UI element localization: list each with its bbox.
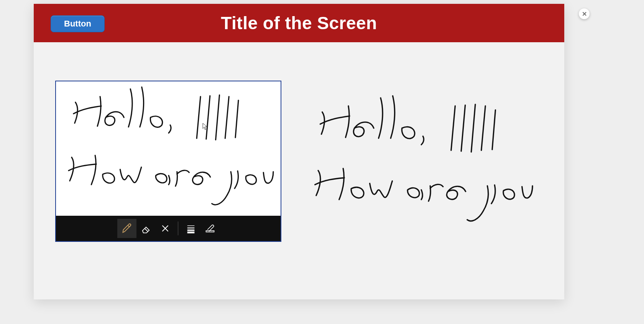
- modal-panel: Button Title of the Screen: [34, 4, 564, 299]
- header-bar: Button Title of the Screen: [34, 4, 564, 42]
- eraser-tool-icon[interactable]: [136, 219, 156, 238]
- pen-tool-icon[interactable]: [117, 219, 136, 238]
- page-title: Title of the Screen: [34, 13, 564, 33]
- clear-tool-icon[interactable]: [156, 219, 175, 238]
- close-icon: ✕: [582, 10, 587, 18]
- signature-preview: [302, 81, 540, 242]
- edit-text-tool-icon[interactable]: [200, 219, 220, 238]
- handwriting-canvas[interactable]: [56, 81, 281, 216]
- signature-pad[interactable]: [55, 81, 281, 242]
- cursor-icon: [202, 123, 208, 131]
- toolbar-separator: [178, 222, 178, 235]
- content-body: [34, 42, 564, 299]
- header-button[interactable]: Button: [51, 15, 105, 32]
- svg-rect-4: [206, 231, 214, 232]
- signature-toolbar: [56, 216, 281, 241]
- line-weight-tool-icon[interactable]: [181, 219, 200, 238]
- close-button[interactable]: ✕: [579, 8, 590, 19]
